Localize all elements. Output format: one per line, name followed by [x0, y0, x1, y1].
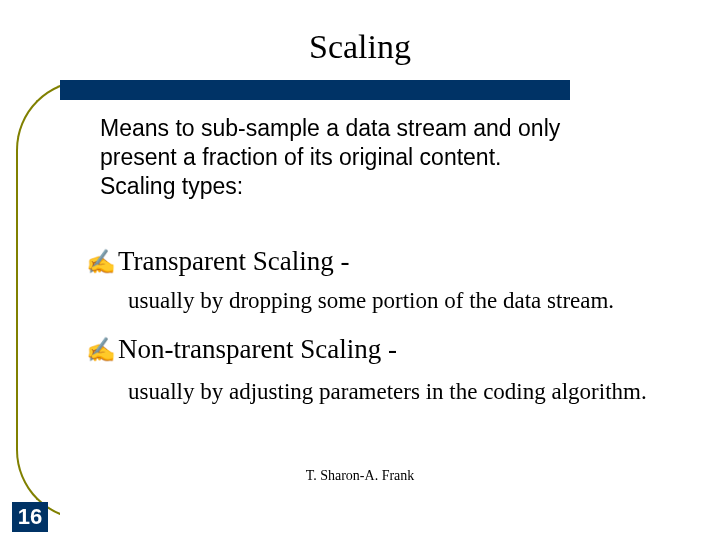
- bullet-2-heading: Non-transparent Scaling -: [118, 334, 397, 364]
- accent-bar: [60, 80, 570, 100]
- bullet-1: ✍Transparent Scaling -: [86, 246, 349, 277]
- bullet-1-sub: usually by dropping some portion of the …: [128, 288, 720, 314]
- intro-text: Means to sub-sample a data stream and on…: [100, 114, 570, 200]
- slide-number: 16: [12, 502, 48, 532]
- bullet-2: ✍Non-transparent Scaling -: [86, 334, 397, 365]
- footer-text: T. Sharon-A. Frank: [0, 468, 720, 484]
- slide-title: Scaling: [0, 28, 720, 66]
- hand-icon: ✍: [86, 248, 118, 276]
- slide: Scaling Means to sub-sample a data strea…: [0, 0, 720, 540]
- bullet-2-sub: usually by adjusting parameters in the c…: [128, 378, 648, 407]
- bullet-1-heading: Transparent Scaling -: [118, 246, 349, 276]
- hand-icon: ✍: [86, 336, 118, 364]
- intro-line: Means to sub-sample a data stream and on…: [100, 115, 560, 199]
